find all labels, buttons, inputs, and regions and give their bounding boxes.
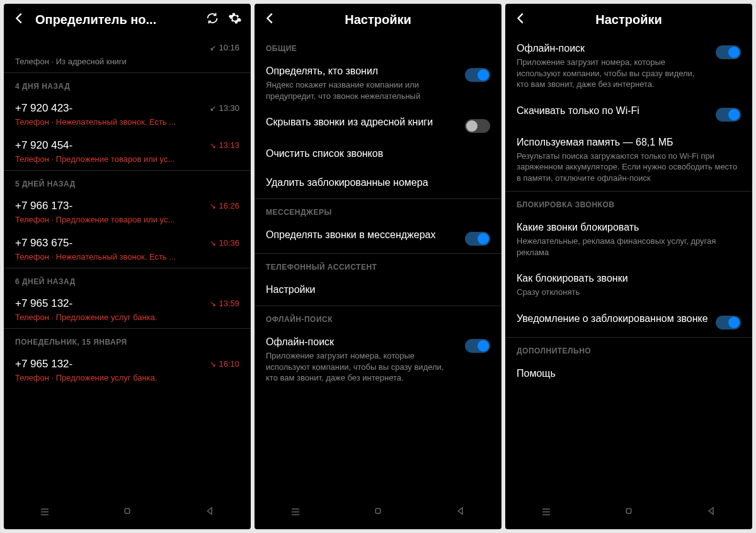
svg-rect-3: [125, 508, 130, 513]
call-item[interactable]: +7 963 675- Телефон · Нежелательный звон…: [4, 231, 251, 268]
call-number: +7 965 132-: [15, 297, 239, 310]
recent-apps-button[interactable]: [528, 503, 564, 522]
call-time: ↘10:36: [210, 238, 239, 248]
back-button[interactable]: [442, 503, 479, 522]
gear-icon[interactable]: [228, 11, 242, 28]
toggle-offline-search[interactable]: [716, 45, 741, 59]
date-header: ПОНЕДЕЛЬНИК, 15 ЯНВАРЯ: [4, 329, 251, 352]
call-time: ↙10:16: [210, 43, 239, 52]
settings-screen-1: Настройки ОБЩИЕ Определять, кто звонил Я…: [255, 4, 501, 529]
incoming-arrow-icon: ↙: [210, 104, 216, 113]
header: Определитель но...: [4, 4, 251, 35]
header: Настройки: [505, 4, 752, 35]
call-number: +7 965 132-: [15, 358, 239, 370]
setting-desc: Результаты поиска загружаются только по …: [517, 151, 741, 184]
call-item[interactable]: +7 965 132- Телефон · Предложение услуг …: [4, 352, 251, 389]
setting-wifi-only[interactable]: Скачивать только по Wi-Fi: [505, 98, 752, 129]
header: Настройки: [255, 4, 501, 35]
refresh-icon[interactable]: [205, 11, 219, 28]
setting-title: Скачивать только по Wi-Fi: [517, 105, 708, 117]
setting-title: Уведомление о заблокированном звонке: [517, 313, 708, 324]
setting-title: Очистить список звонков: [266, 148, 490, 159]
call-time: ↘16:10: [210, 359, 239, 369]
android-navbar: [505, 495, 752, 529]
back-button[interactable]: [693, 503, 730, 522]
setting-block-notification[interactable]: Уведомление о заблокированном звонке: [505, 306, 752, 337]
setting-desc: Нежелательные, реклама финансовых услуг,…: [517, 236, 741, 258]
call-sub: Телефон · Из адресной книги: [15, 57, 198, 66]
call-time: ↙13:30: [210, 103, 239, 113]
incoming-arrow-icon: ↙: [210, 43, 216, 52]
section-header-blocking: БЛОКИРОВКА ЗВОНКОВ: [505, 192, 752, 214]
call-item[interactable]: +7 966 173- Телефон · Предложение товаро…: [4, 193, 251, 231]
call-sub: Телефон · Предложение товаров или ус...: [15, 215, 198, 224]
setting-clear-calls[interactable]: Очистить список звонков: [255, 140, 501, 169]
call-time: ↘13:13: [210, 140, 239, 150]
setting-title: Помощь: [517, 368, 741, 379]
call-number: [15, 42, 239, 54]
setting-messenger-detect[interactable]: Определять звонки в мессенджерах: [255, 222, 501, 253]
call-item[interactable]: +7 920 454- Телефон · Предложение товаро…: [4, 133, 251, 170]
android-navbar: [4, 495, 251, 529]
setting-delete-blocked[interactable]: Удалить заблокированные номера: [255, 169, 501, 198]
toggle-detect-caller[interactable]: [465, 68, 490, 82]
back-icon[interactable]: [13, 11, 26, 28]
setting-title: Скрывать звонки из адресной книги: [266, 117, 457, 128]
call-item[interactable]: Телефон · Из адресной книги ↙10:16: [4, 35, 251, 72]
section-header-extra: ДОПОЛНИТЕЛЬНО: [505, 338, 752, 360]
date-header: 4 ДНЯ НАЗАД: [4, 73, 251, 96]
call-number: +7 920 454-: [15, 139, 239, 152]
back-button[interactable]: [192, 503, 228, 522]
call-sub: Телефон · Нежелательный звонок. Есть ...: [15, 252, 198, 261]
date-header: 6 ДНЕЙ НАЗАД: [4, 268, 251, 291]
call-item[interactable]: +7 920 423- Телефон · Нежелательный звон…: [4, 96, 251, 133]
setting-help[interactable]: Помощь: [505, 360, 752, 389]
setting-memory-usage: Используемая память — 68,1 МБ Результаты…: [505, 129, 752, 192]
call-sub: Телефон · Предложение товаров или ус...: [15, 154, 198, 164]
setting-desc: Яндекс покажет название компании или пре…: [266, 79, 457, 101]
toggle-hide-contacts[interactable]: [465, 119, 490, 133]
recent-apps-button[interactable]: [277, 503, 314, 522]
setting-desc: Приложение загрузит номера, которые испо…: [517, 57, 708, 90]
setting-how-block[interactable]: Как блокировать звонки Сразу отклонять: [505, 265, 752, 306]
setting-hide-contacts[interactable]: Скрывать звонки из адресной книги: [255, 109, 501, 140]
missed-arrow-icon: ↘: [210, 299, 216, 308]
setting-title: Офлайн-поиск: [266, 336, 457, 348]
settings-content: Офлайн-поиск Приложение загрузит номера,…: [505, 35, 752, 495]
setting-offline-search[interactable]: Офлайн-поиск Приложение загрузит номера,…: [255, 329, 501, 391]
date-header: 5 ДНЕЙ НАЗАД: [4, 171, 251, 193]
recent-apps-button[interactable]: [26, 503, 63, 522]
missed-arrow-icon: ↘: [210, 202, 216, 210]
android-navbar: [255, 495, 501, 529]
svg-rect-11: [626, 508, 631, 513]
back-icon[interactable]: [263, 11, 277, 28]
home-button[interactable]: [610, 503, 647, 522]
section-header-messengers: МЕССЕНДЖЕРЫ: [255, 199, 501, 222]
call-sub: Телефон · Предложение услуг банка.: [15, 373, 198, 382]
setting-assistant[interactable]: Настройки: [255, 277, 501, 306]
call-number: +7 966 173-: [15, 200, 239, 212]
setting-offline-search[interactable]: Офлайн-поиск Приложение загрузит номера,…: [505, 35, 752, 98]
section-header-general: ОБЩИЕ: [255, 35, 501, 58]
home-button[interactable]: [109, 503, 146, 522]
call-item[interactable]: +7 965 132- Телефон · Предложение услуг …: [4, 291, 251, 328]
toggle-block-notification[interactable]: [716, 316, 741, 330]
setting-detect-caller[interactable]: Определять, кто звонил Яндекс покажет на…: [255, 58, 501, 109]
setting-title: Определять, кто звонил: [266, 66, 457, 77]
toggle-offline-search[interactable]: [465, 339, 490, 353]
call-time: ↘13:59: [210, 299, 239, 308]
setting-title: Как блокировать звонки: [517, 273, 741, 284]
toggle-messenger-detect[interactable]: [465, 232, 490, 246]
setting-which-block[interactable]: Какие звонки блокировать Нежелательные, …: [505, 214, 752, 265]
setting-title: Определять звонки в мессенджерах: [266, 229, 457, 241]
call-sub: Телефон · Нежелательный звонок. Есть ...: [15, 117, 198, 127]
call-log-screen: Определитель но... Телефон · Из адресной…: [4, 4, 251, 529]
call-log-content: Телефон · Из адресной книги ↙10:16 4 ДНЯ…: [4, 35, 251, 495]
toggle-wifi-only[interactable]: [716, 108, 741, 122]
call-sub: Телефон · Предложение услуг банка.: [15, 312, 198, 322]
setting-desc: Приложение загрузит номера, которые испо…: [266, 350, 457, 384]
home-button[interactable]: [360, 503, 396, 522]
back-icon[interactable]: [514, 11, 528, 28]
settings-screen-2: Настройки Офлайн-поиск Приложение загруз…: [505, 4, 752, 529]
missed-arrow-icon: ↘: [210, 239, 216, 248]
